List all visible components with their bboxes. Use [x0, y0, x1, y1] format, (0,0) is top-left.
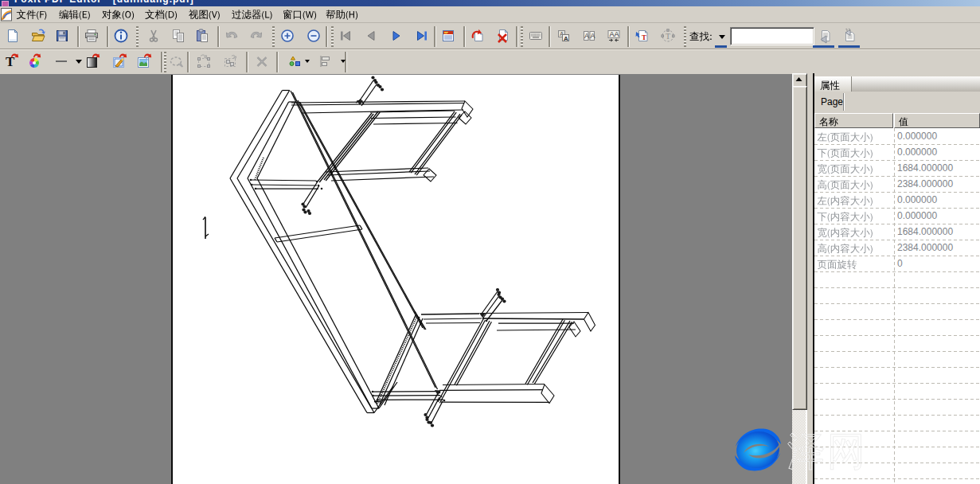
- svg-text:A: A: [564, 35, 568, 42]
- svg-text:T: T: [6, 54, 15, 69]
- svg-text:T: T: [642, 33, 646, 41]
- svg-text:A: A: [591, 32, 595, 40]
- svg-text:T: T: [666, 32, 670, 41]
- svg-text:A: A: [584, 32, 589, 40]
- svg-text:AA: AA: [610, 30, 619, 38]
